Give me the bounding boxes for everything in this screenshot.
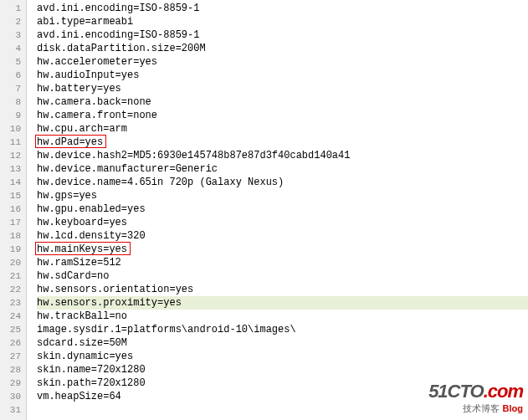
line-number: 15 (0, 189, 21, 202)
code-line[interactable]: hw.battery=yes (37, 82, 528, 95)
line-number: 7 (0, 82, 21, 95)
code-line[interactable]: hw.sdCard=no (37, 269, 528, 283)
line-number: 19 (0, 243, 21, 256)
code-line[interactable]: hw.camera.back=none (37, 95, 528, 109)
code-line[interactable]: hw.lcd.density=320 (37, 229, 528, 243)
code-line[interactable]: image.sysdir.1=platforms\android-10\imag… (37, 323, 528, 336)
line-number: 3 (0, 28, 21, 42)
code-line[interactable]: skin.name=720x1280 (37, 363, 528, 376)
code-line[interactable]: hw.device.manufacturer=Generic (37, 162, 528, 176)
line-number: 2 (0, 15, 21, 28)
code-line[interactable]: hw.camera.front=none (37, 109, 528, 122)
line-number: 21 (0, 269, 21, 283)
code-line[interactable]: hw.device.name=4.65in 720p (Galaxy Nexus… (37, 176, 528, 189)
line-number: 23 (0, 296, 21, 310)
code-line[interactable]: avd.ini.encoding=ISO-8859-1 (37, 2, 528, 15)
code-area[interactable]: avd.ini.encoding=ISO-8859-1abi.type=arme… (27, 0, 528, 420)
line-number: 11 (0, 136, 21, 149)
line-number: 26 (0, 336, 21, 350)
line-number: 16 (0, 202, 21, 216)
code-line[interactable]: hw.gps=yes (37, 189, 528, 202)
code-line[interactable]: hw.cpu.arch=arm (37, 122, 528, 136)
code-line[interactable]: avd.ini.encoding=ISO-8859-1 (37, 28, 528, 42)
line-number: 22 (0, 283, 21, 296)
code-line[interactable] (37, 403, 528, 417)
code-line[interactable]: hw.trackBall=no (37, 310, 528, 323)
line-number: 18 (0, 229, 21, 243)
line-number: 17 (0, 216, 21, 229)
code-line[interactable]: hw.sensors.proximity=yes (37, 296, 528, 310)
code-line[interactable]: hw.sensors.orientation=yes (37, 283, 528, 296)
line-number: 14 (0, 176, 21, 189)
code-line[interactable]: hw.audioInput=yes (37, 69, 528, 82)
code-line[interactable]: hw.device.hash2=MD5:6930e145748b87e87d3f… (37, 149, 528, 162)
code-line[interactable]: hw.accelerometer=yes (37, 55, 528, 69)
code-line[interactable]: vm.heapSize=64 (37, 390, 528, 403)
line-number: 31 (0, 403, 21, 417)
line-number: 9 (0, 109, 21, 122)
code-line[interactable]: hw.dPad=yes (37, 136, 528, 149)
code-line[interactable]: hw.keyboard=yes (37, 216, 528, 229)
line-number: 5 (0, 55, 21, 69)
code-line[interactable]: hw.mainKeys=yes (37, 243, 528, 256)
line-number: 30 (0, 390, 21, 403)
code-editor: 1 2 3 4 5 6 7 8 9 10 11 12 13 14 15 16 1… (0, 0, 528, 420)
line-number: 12 (0, 149, 21, 162)
code-line[interactable]: disk.dataPartition.size=200M (37, 42, 528, 55)
line-number: 28 (0, 363, 21, 376)
code-line[interactable]: abi.type=armeabi (37, 15, 528, 28)
line-number: 27 (0, 350, 21, 363)
line-number: 4 (0, 42, 21, 55)
code-line[interactable]: skin.dynamic=yes (37, 350, 528, 363)
code-line[interactable]: hw.gpu.enabled=yes (37, 202, 528, 216)
line-number: 8 (0, 95, 21, 109)
line-number: 24 (0, 310, 21, 323)
code-line[interactable]: skin.path=720x1280 (37, 376, 528, 390)
line-number: 29 (0, 376, 21, 390)
line-number: 20 (0, 256, 21, 269)
code-line[interactable]: sdcard.size=50M (37, 336, 528, 350)
line-number: 13 (0, 162, 21, 176)
code-line[interactable]: hw.ramSize=512 (37, 256, 528, 269)
line-number: 1 (0, 2, 21, 15)
line-number: 6 (0, 69, 21, 82)
line-number-gutter: 1 2 3 4 5 6 7 8 9 10 11 12 13 14 15 16 1… (0, 0, 27, 420)
line-number: 25 (0, 323, 21, 336)
line-number: 10 (0, 122, 21, 136)
